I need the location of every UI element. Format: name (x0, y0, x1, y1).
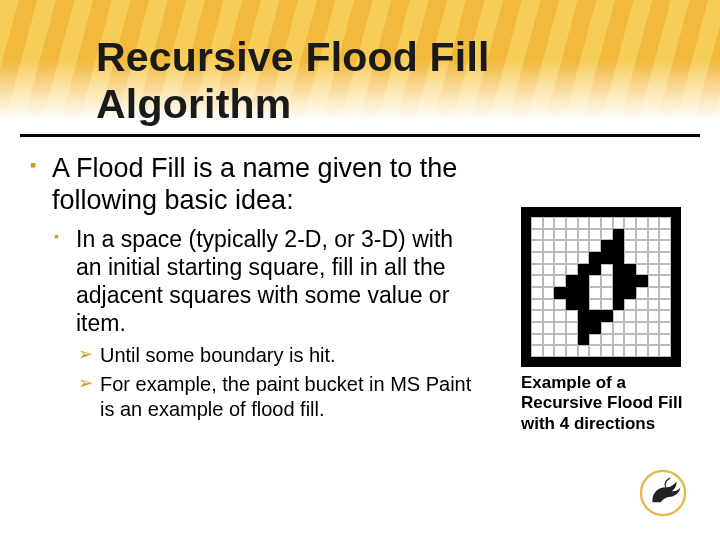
grid-cell (648, 322, 660, 334)
grid-cell (578, 334, 590, 346)
grid-cell (531, 264, 543, 276)
grid-cell (566, 310, 578, 322)
grid-cell (531, 334, 543, 346)
grid-cell (531, 229, 543, 241)
grid-cell (554, 240, 566, 252)
grid-cell (624, 334, 636, 346)
grid-cell (578, 264, 590, 276)
grid-cell (566, 345, 578, 357)
grid-cell (659, 275, 671, 287)
grid-cell (601, 334, 613, 346)
grid-cell (624, 310, 636, 322)
grid-cell (636, 287, 648, 299)
grid-cell (636, 275, 648, 287)
grid-cell (554, 287, 566, 299)
grid-cell (648, 299, 660, 311)
grid-cell (659, 310, 671, 322)
grid-cell (566, 275, 578, 287)
grid-cell (648, 275, 660, 287)
grid-cell (601, 229, 613, 241)
grid-cell (543, 217, 555, 229)
bullet-level-2: In a space (typically 2-D, or 3-D) with … (54, 225, 476, 337)
grid-cell (659, 229, 671, 241)
grid-cell (543, 240, 555, 252)
grid-cell (601, 322, 613, 334)
grid-cell (624, 322, 636, 334)
grid-cell (543, 322, 555, 334)
grid-cell (589, 310, 601, 322)
grid-cell (648, 334, 660, 346)
grid-cell (543, 264, 555, 276)
grid-cell (566, 334, 578, 346)
bullet-level-1: A Flood Fill is a name given to the foll… (30, 153, 472, 217)
grid-cell (601, 310, 613, 322)
grid-cell (613, 334, 625, 346)
grid-cell (531, 217, 543, 229)
flood-fill-grid (531, 217, 671, 357)
grid-cell (601, 264, 613, 276)
grid-cell (543, 334, 555, 346)
grid-cell (543, 345, 555, 357)
grid-cell (613, 310, 625, 322)
grid-cell (601, 345, 613, 357)
grid-cell (601, 240, 613, 252)
grid-cell (659, 252, 671, 264)
grid-cell (624, 240, 636, 252)
grid-cell (531, 287, 543, 299)
grid-cell (531, 299, 543, 311)
grid-cell (554, 264, 566, 276)
slide-title: Recursive Flood Fill Algorithm (0, 0, 720, 132)
flood-fill-figure (521, 207, 681, 367)
figure-caption: Example of a Recursive Flood Fill with 4… (521, 373, 696, 434)
grid-cell (589, 217, 601, 229)
grid-cell (578, 240, 590, 252)
grid-cell (648, 264, 660, 276)
grid-cell (613, 217, 625, 229)
content-area: A Flood Fill is a name given to the foll… (0, 137, 720, 434)
grid-cell (648, 217, 660, 229)
grid-cell (554, 217, 566, 229)
grid-cell (613, 264, 625, 276)
grid-cell (636, 345, 648, 357)
grid-cell (554, 299, 566, 311)
grid-cell (636, 322, 648, 334)
grid-cell (578, 287, 590, 299)
grid-cell (589, 345, 601, 357)
grid-cell (578, 275, 590, 287)
grid-cell (659, 322, 671, 334)
bullet-list: A Flood Fill is a name given to the foll… (30, 149, 503, 434)
grid-cell (578, 322, 590, 334)
grid-cell (601, 217, 613, 229)
grid-cell (566, 217, 578, 229)
grid-cell (578, 345, 590, 357)
grid-cell (636, 334, 648, 346)
grid-cell (589, 299, 601, 311)
grid-cell (601, 252, 613, 264)
grid-cell (659, 287, 671, 299)
grid-cell (554, 310, 566, 322)
grid-cell (648, 287, 660, 299)
grid-cell (659, 299, 671, 311)
grid-cell (648, 310, 660, 322)
grid-cell (624, 217, 636, 229)
grid-cell (554, 252, 566, 264)
grid-cell (531, 322, 543, 334)
grid-cell (659, 217, 671, 229)
grid-cell (648, 252, 660, 264)
grid-cell (636, 240, 648, 252)
grid-cell (578, 299, 590, 311)
grid-cell (589, 275, 601, 287)
grid-cell (554, 275, 566, 287)
grid-cell (624, 229, 636, 241)
grid-cell (531, 310, 543, 322)
grid-cell (566, 322, 578, 334)
grid-cell (589, 264, 601, 276)
grid-cell (613, 229, 625, 241)
grid-cell (531, 252, 543, 264)
grid-cell (636, 299, 648, 311)
grid-cell (636, 229, 648, 241)
grid-cell (531, 240, 543, 252)
grid-cell (601, 287, 613, 299)
grid-cell (601, 275, 613, 287)
grid-cell (543, 310, 555, 322)
